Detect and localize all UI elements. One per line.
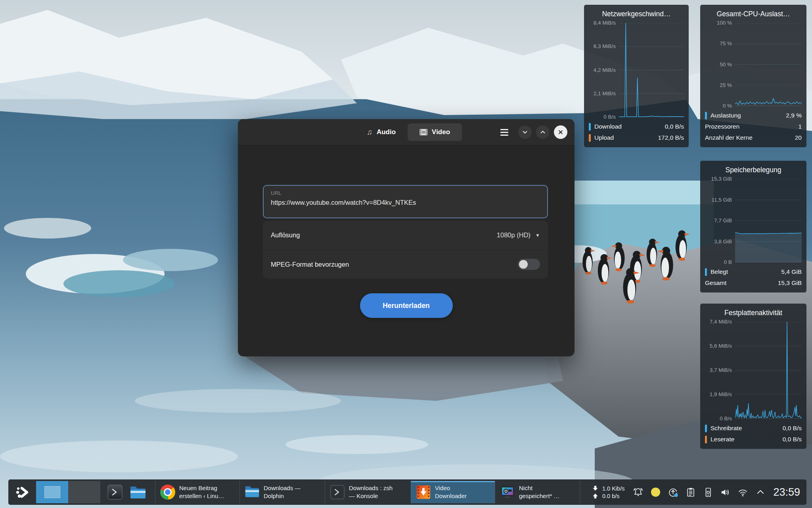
task-konsole[interactable]: Downloads : zsh — Konsole bbox=[325, 481, 411, 503]
clipboard-icon[interactable] bbox=[685, 487, 696, 498]
legend-chip bbox=[589, 134, 591, 142]
task-spectacle[interactable]: Nicht gespeichert* … bbox=[495, 481, 580, 503]
memory-chart bbox=[735, 179, 802, 262]
taskbar-panel: Neuen Beitrag erstellen ‹ Linu… Download… bbox=[8, 479, 806, 505]
legend-chip bbox=[705, 268, 707, 276]
keep-above-down-button[interactable] bbox=[518, 125, 532, 139]
chart-area: 7,4 MiB/s 5,6 MiB/s 3,7 MiB/s 1,9 MiB/s … bbox=[705, 322, 802, 419]
pager-desktop-2[interactable] bbox=[68, 481, 100, 503]
video-downloader-icon bbox=[416, 485, 431, 500]
legend-row: Auslastung 2,9 % bbox=[705, 110, 802, 121]
task-manager: Neuen Beitrag erstellen ‹ Linu… Download… bbox=[155, 481, 580, 503]
widget-network-speed: Netzwerkgeschwind… 8,4 MiB/s 6,3 MiB/s 4… bbox=[584, 5, 689, 147]
legend-row: Anzahl der Kerne 20 bbox=[705, 132, 802, 143]
tab-audio-label: Audio bbox=[377, 128, 396, 136]
cpu-chart bbox=[735, 23, 802, 106]
mpeg-label: MPEG-Format bevorzugen bbox=[271, 261, 518, 268]
legend-chip bbox=[705, 425, 707, 432]
mpeg-toggle[interactable] bbox=[518, 259, 540, 270]
tab-video-label: Video bbox=[432, 128, 450, 136]
widget-disk-activity: Festplattenaktivität 7,4 MiB/s 5,6 MiB/s… bbox=[700, 304, 806, 449]
software-updates-icon[interactable] bbox=[668, 487, 678, 498]
legend-row: Download 0,0 B/s bbox=[589, 121, 684, 132]
video-film-icon bbox=[419, 129, 427, 135]
url-field-label: URL bbox=[271, 190, 540, 196]
legend: Auslastung 2,9 % Prozessoren 1 Anzahl de… bbox=[705, 106, 802, 143]
dropdown-caret-icon: ▼ bbox=[535, 233, 540, 238]
terminal-icon bbox=[330, 485, 345, 500]
menu-hamburger-icon[interactable] bbox=[499, 127, 510, 137]
disk-chart bbox=[735, 322, 802, 419]
network-speed-applet[interactable]: 1.0 Kib/s 0.0 b/s bbox=[592, 485, 624, 499]
legend-row: Upload 172,0 B/s bbox=[589, 132, 684, 143]
task-label: Downloads : zsh — Konsole bbox=[349, 484, 393, 500]
task-video-downloader[interactable]: Video Downloader bbox=[411, 481, 495, 503]
notifications-bell-icon[interactable] bbox=[633, 487, 643, 498]
desktop: ♫ Audio Video bbox=[0, 0, 812, 508]
launcher-icon bbox=[15, 484, 31, 500]
legend-row: Prozessoren 1 bbox=[705, 121, 802, 132]
upload-arrow-icon bbox=[592, 493, 598, 499]
close-icon bbox=[558, 129, 563, 135]
legend-chip bbox=[705, 112, 707, 119]
legend: Download 0,0 B/s Upload 172,0 B/s bbox=[589, 117, 684, 143]
tab-audio[interactable]: ♫ Audio bbox=[355, 123, 408, 141]
titlebar[interactable]: ♫ Audio Video bbox=[238, 119, 575, 146]
system-tray: 1.0 Kib/s 0.0 b/s bbox=[592, 485, 802, 499]
video-downloader-window: ♫ Audio Video bbox=[238, 119, 575, 356]
legend-row: Leserate 0,0 B/s bbox=[705, 434, 802, 445]
legend-row: Schreibrate 0,0 B/s bbox=[705, 423, 802, 434]
window-controls bbox=[499, 125, 567, 139]
legend-chip bbox=[589, 123, 591, 131]
audio-volume-icon[interactable] bbox=[720, 487, 731, 498]
wifi-icon[interactable] bbox=[737, 487, 748, 498]
download-button[interactable]: Herunterladen bbox=[360, 293, 453, 318]
dolphin-launcher[interactable] bbox=[129, 483, 147, 501]
pager-desktop-1[interactable] bbox=[36, 481, 68, 503]
upload-speed: 0.0 b/s bbox=[602, 493, 620, 499]
chart-area: 15,3 GiB 11,5 GiB 7,7 GiB 3,8 GiB 0 B bbox=[705, 179, 802, 262]
app-launcher-button[interactable] bbox=[14, 483, 31, 501]
dialog-body: URL Auflösung 1080p (HD) ▼ MPEG-Format b… bbox=[238, 146, 575, 356]
toggle-knob bbox=[519, 260, 528, 269]
chevron-down-icon bbox=[522, 129, 528, 135]
network-chart bbox=[619, 23, 684, 117]
chrome-browser-icon bbox=[160, 485, 175, 500]
virtual-desktop-pager bbox=[36, 481, 100, 503]
expand-tray-chevron-icon[interactable] bbox=[755, 487, 766, 498]
url-field[interactable]: URL bbox=[263, 185, 548, 218]
terminal-icon bbox=[107, 484, 123, 500]
download-arrow-icon bbox=[592, 485, 598, 491]
kde-connect-phone-icon[interactable] bbox=[703, 487, 713, 498]
task-dolphin[interactable]: Downloads — Dolphin bbox=[239, 481, 325, 503]
pager-window-thumb bbox=[44, 486, 60, 498]
view-switcher: ♫ Audio Video bbox=[355, 123, 462, 141]
legend-chip bbox=[705, 436, 707, 443]
yellow-status-dot-icon[interactable] bbox=[650, 487, 661, 498]
close-button[interactable] bbox=[554, 125, 567, 139]
legend-row: Belegt 5,4 GiB bbox=[705, 266, 802, 277]
folder-icon bbox=[130, 485, 146, 499]
settings-card: Auflösung 1080p (HD) ▼ MPEG-Format bevor… bbox=[263, 221, 548, 279]
legend: Belegt 5,4 GiB Gesamt 15,3 GiB bbox=[705, 262, 802, 289]
resolution-label: Auflösung bbox=[271, 231, 497, 239]
tab-video[interactable]: Video bbox=[408, 123, 462, 141]
konsole-launcher[interactable] bbox=[106, 483, 124, 501]
task-browser[interactable]: Neuen Beitrag erstellen ‹ Linu… bbox=[155, 481, 239, 503]
y-axis-ticks: 15,3 GiB 11,5 GiB 7,7 GiB 3,8 GiB 0 B bbox=[705, 176, 735, 265]
mpeg-row[interactable]: MPEG-Format bevorzugen bbox=[263, 250, 548, 279]
y-axis-ticks: 100 % 75 % 50 % 25 % 0 % bbox=[705, 20, 735, 109]
download-speed: 1.0 Kib/s bbox=[602, 485, 624, 492]
legend: Schreibrate 0,0 B/s Leserate 0,0 B/s bbox=[705, 419, 802, 445]
resolution-row[interactable]: Auflösung 1080p (HD) ▼ bbox=[263, 221, 548, 250]
legend-row: Gesamt 15,3 GiB bbox=[705, 277, 802, 289]
screenshot-tool-icon bbox=[500, 485, 515, 500]
task-label: Video Downloader bbox=[435, 484, 467, 500]
task-label: Neuen Beitrag erstellen ‹ Linu… bbox=[179, 484, 224, 500]
task-label: Downloads — Dolphin bbox=[264, 484, 301, 500]
keep-above-up-button[interactable] bbox=[536, 125, 550, 139]
digital-clock[interactable]: 23:59 bbox=[773, 486, 800, 498]
resolution-dropdown[interactable]: 1080p (HD) ▼ bbox=[497, 231, 540, 239]
resolution-value: 1080p (HD) bbox=[497, 231, 530, 239]
url-input[interactable] bbox=[271, 199, 540, 206]
